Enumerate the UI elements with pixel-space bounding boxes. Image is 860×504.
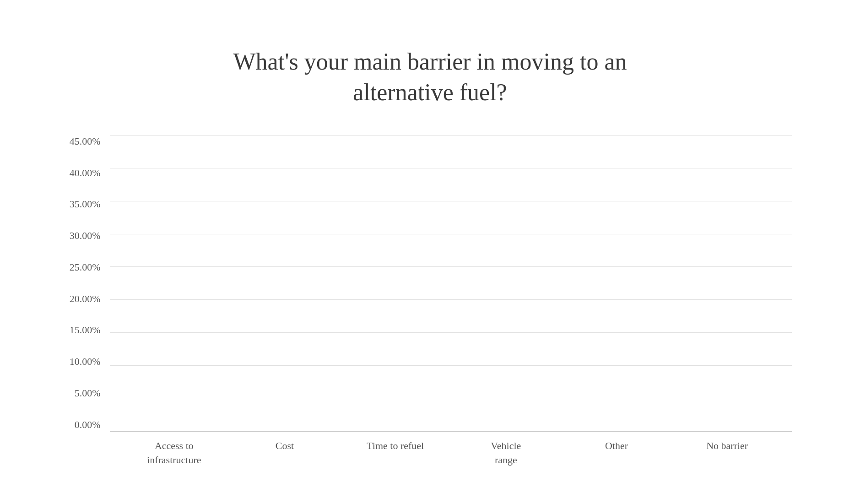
chart-container: What's your main barrier in moving to an… (41, 28, 819, 477)
bars-wrapper (110, 135, 792, 432)
y-axis-label: 40.00% (70, 167, 101, 179)
y-axis-label: 10.00% (70, 356, 101, 368)
x-label-other: Other (561, 439, 672, 467)
bars-inner (110, 135, 792, 431)
x-label-cost: Cost (229, 439, 340, 467)
y-axis-label: 5.00% (75, 387, 101, 399)
x-label-time-to-refuel: Time to refuel (340, 439, 451, 467)
y-axis-label: 35.00% (70, 198, 101, 210)
y-axis-label: 15.00% (70, 324, 101, 336)
bars-and-x: Access toinfrastructureCostTime to refue… (110, 135, 792, 467)
y-axis: 0.00%5.00%10.00%15.00%20.00%25.00%30.00%… (69, 135, 110, 467)
chart-title-line2: alternative fuel? (353, 79, 507, 105)
chart-title: What's your main barrier in moving to an… (233, 46, 627, 108)
y-axis-label: 25.00% (70, 261, 101, 273)
x-label-no-barrier: No barrier (672, 439, 783, 467)
y-axis-label: 0.00% (75, 419, 101, 431)
chart-title-line1: What's your main barrier in moving to an (233, 49, 627, 75)
x-axis: Access toinfrastructureCostTime to refue… (110, 439, 792, 467)
x-label-vehicle-range: Vehiclerange (451, 439, 562, 467)
y-axis-label: 30.00% (70, 230, 101, 242)
y-axis-label: 20.00% (70, 293, 101, 305)
y-axis-label: 45.00% (70, 135, 101, 147)
x-label-access-to-infrastructure: Access toinfrastructure (119, 439, 230, 467)
chart-area: 0.00%5.00%10.00%15.00%20.00%25.00%30.00%… (69, 135, 792, 467)
